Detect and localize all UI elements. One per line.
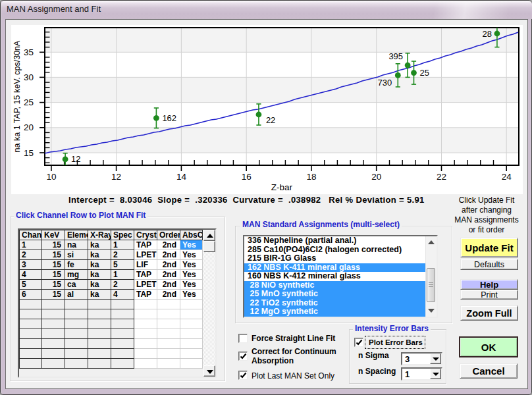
plot-error-bars-label: Plot Error Bars — [369, 338, 423, 347]
chart-plot: 10121416182022241520253035Z-barna ka 1 T… — [11, 25, 523, 194]
table-cell-cryst: TAP — [134, 240, 157, 250]
table-cell-elem: fe — [65, 260, 88, 270]
table-cell-empty — [65, 359, 88, 369]
standards-listbox[interactable]: 336 Nepheline (partial anal.)285 Ca10(PO… — [243, 235, 438, 318]
table-cell-empty — [65, 309, 88, 319]
error-bars-group-title: Intensity Error Bars — [353, 324, 431, 333]
update-fit-button[interactable]: Update Fit — [460, 238, 518, 257]
defaults-button[interactable]: Defaults — [460, 259, 518, 270]
table-cell-empty — [88, 309, 111, 319]
n-spacing-combobox[interactable]: 1 — [401, 367, 442, 381]
table-cell-elem: ca — [65, 280, 88, 290]
table-cell-empty — [180, 329, 203, 339]
checkmark-stroke — [241, 373, 246, 378]
plot-last-man-checkbox[interactable] — [238, 371, 248, 380]
table-cell-kev: 15 — [42, 290, 65, 300]
table-cell-empty — [134, 339, 157, 349]
table-cell-order: 2nd — [157, 260, 180, 270]
n-sigma-dropdown-button[interactable] — [430, 354, 441, 364]
n-sigma-combobox[interactable]: 3 — [401, 352, 442, 365]
correct-absorption-checkbox[interactable] — [238, 352, 248, 361]
table-cell-spec: 4 — [111, 290, 134, 300]
table-cell-empty — [65, 349, 88, 359]
n-sigma-value: 3 — [405, 354, 410, 364]
table-cell-xray: ka — [88, 250, 111, 260]
table-cell-spec: 2 — [111, 250, 134, 260]
print-button[interactable]: Print — [460, 290, 518, 300]
table-cell-chan: 2 — [20, 250, 42, 260]
table-cell-kev: 15 — [42, 250, 65, 260]
data-point — [395, 72, 401, 78]
x-tick-label: 18 — [306, 172, 316, 182]
table-row-empty — [20, 300, 203, 309]
standards-group-title: MAN Standard Assignments (multi-select) — [240, 220, 402, 229]
column-header: AbsC — [180, 230, 203, 240]
grid-scroll-up-button[interactable] — [203, 230, 215, 241]
table-cell-empty — [65, 339, 88, 349]
channel-grid-scrollbar[interactable] — [203, 230, 215, 377]
table-row[interactable]: 415mgka1TAP2ndYes — [20, 270, 203, 280]
checkmark-icon — [240, 372, 247, 379]
table-cell-empty — [157, 329, 180, 339]
table-cell-spec: 1 — [111, 270, 134, 280]
force-straight-line-checkbox[interactable] — [238, 334, 248, 343]
x-tick-label: 10 — [46, 172, 56, 182]
up-arrow-icon[interactable] — [428, 240, 435, 244]
point-label: 28 — [482, 29, 491, 39]
help-button[interactable]: Help — [460, 279, 518, 290]
standards-list-item[interactable]: 28 NiO synthetic — [244, 281, 425, 290]
point-label: 25 — [420, 68, 429, 78]
table-cell-chan: 3 — [20, 260, 42, 270]
list-scroll-thumb[interactable] — [427, 268, 435, 302]
column-header: Order — [157, 230, 180, 240]
cancel-button[interactable]: Cancel — [460, 363, 518, 379]
table-cell-absc: Yes — [180, 240, 203, 250]
chart-band — [45, 28, 519, 52]
data-point — [411, 70, 417, 76]
table-cell-cryst: LPET — [134, 280, 157, 290]
table-row-empty — [20, 329, 203, 339]
y-tick-label: 25 — [24, 97, 34, 107]
table-cell-spec: 5 — [111, 260, 134, 270]
table-cell-empty — [42, 319, 65, 329]
standards-list-item[interactable]: 22 TiO2 synthetic — [244, 299, 425, 308]
standards-list-item[interactable]: 285 Ca10(PO4)6Cl2 (halogen corrected) — [244, 246, 425, 255]
plot-error-bars-checkbox[interactable] — [354, 338, 363, 347]
table-cell-empty — [134, 359, 157, 369]
x-tick-label: 16 — [242, 172, 252, 182]
checkmark-icon — [356, 339, 363, 346]
man-fit-chart[interactable]: 10121416182022241520253035Z-barna ka 1 T… — [11, 25, 523, 194]
zoom-full-button[interactable]: Zoom Full — [460, 305, 518, 321]
standards-list-item[interactable]: 160 NBS K-412 mineral glass — [244, 272, 425, 281]
n-spacing-dropdown-button[interactable] — [430, 369, 441, 379]
standards-list-scrollbar[interactable] — [425, 236, 437, 317]
table-row[interactable]: 615alka4TAP2ndYes — [20, 290, 203, 300]
table-cell-empty — [20, 329, 42, 339]
dialog-client-area: 10121416182022241520253035Z-barna ka 1 T… — [5, 19, 528, 389]
correct-absorption-label: Correct for ContinuumAbsorption — [252, 347, 336, 365]
table-row[interactable]: 515caka2LPET2ndYes — [20, 280, 203, 290]
title-bar[interactable]: MAN Assignment and Fit — [1, 1, 532, 19]
column-header: KeV — [42, 230, 65, 240]
table-row[interactable]: 115naka1TAP2ndYes — [20, 240, 203, 250]
table-cell-order: 2nd — [157, 290, 180, 300]
table-row[interactable]: 315feka5LIF2ndYes — [20, 260, 203, 270]
ok-button[interactable]: OK — [459, 336, 518, 357]
standards-list-item[interactable]: 162 NBS K-411 mineral glass — [244, 263, 425, 273]
table-cell-empty — [88, 359, 111, 369]
grid-scroll-down-button[interactable] — [203, 365, 215, 377]
table-row[interactable]: 215sika2LPET2ndYes — [20, 250, 203, 260]
hint-line: or fit order — [448, 225, 525, 235]
data-point — [63, 157, 68, 163]
down-arrow-icon — [207, 370, 213, 374]
table-cell-empty — [157, 309, 180, 319]
standards-list-item[interactable]: 336 Nepheline (partial anal.) — [244, 236, 425, 246]
table-cell-empty — [20, 300, 42, 309]
standards-list-item[interactable]: 215 BIR-1G Glass — [244, 254, 425, 263]
down-arrow-icon[interactable] — [428, 309, 435, 313]
standards-list-item[interactable]: 25 MnO synthetic — [244, 290, 425, 299]
standards-list-item[interactable]: 12 MgO synthetic — [244, 307, 425, 317]
channel-grid[interactable]: ChanKeVElemeX-RaySpecCrystOrderAbsC115na… — [18, 228, 217, 378]
table-cell-chan: 1 — [20, 240, 42, 250]
grid-scroll-thumb[interactable] — [203, 241, 215, 252]
